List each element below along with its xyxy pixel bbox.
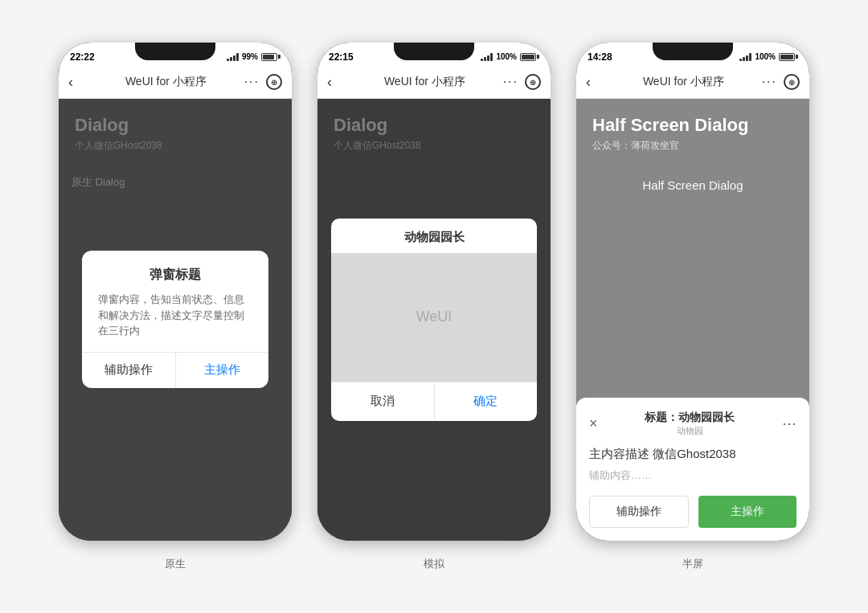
screen-3: Half Screen Dialog 公众号：薄荷攻坐官 Half Screen… bbox=[576, 99, 809, 541]
nav-home-3[interactable]: ⊕ bbox=[784, 74, 800, 90]
battery-text-3: 100% bbox=[755, 52, 776, 61]
status-time-2: 22:15 bbox=[329, 51, 354, 63]
modal-overlay-2: 动物园园长 WeUI 取消 确定 bbox=[317, 99, 551, 541]
battery-text-2: 100% bbox=[496, 52, 517, 61]
dialog-body-1: 弹窗标题 弹窗内容，告知当前状态、信息和解决方法，描述文字尽量控制在三行内 bbox=[82, 251, 268, 352]
signal-icon-3 bbox=[739, 53, 751, 61]
signal-icon-2 bbox=[481, 53, 493, 61]
modal-confirm-btn-2[interactable]: 确定 bbox=[435, 382, 537, 421]
half-dialog-more-icon-3[interactable]: ⋯ bbox=[782, 415, 796, 432]
nav-home-2[interactable]: ⊕ bbox=[525, 74, 541, 90]
modal-title-2: 动物园园长 bbox=[331, 219, 536, 253]
main-container: 22:22 99% ‹ bbox=[0, 23, 868, 541]
notch-2 bbox=[394, 43, 474, 60]
dialog-title-1: 弹窗标题 bbox=[98, 267, 252, 284]
status-icons-2: 100% bbox=[481, 52, 539, 61]
half-main-desc-3: 主内容描述 微信Ghost2038 bbox=[589, 447, 796, 462]
label-1: 原生 bbox=[59, 557, 292, 571]
status-time-1: 22:22 bbox=[70, 51, 95, 63]
phone-column-1: 22:22 99% ‹ bbox=[59, 43, 292, 541]
half-section-label-3: Half Screen Dialog bbox=[576, 166, 809, 205]
page-header-3: Half Screen Dialog 公众号：薄荷攻坐官 bbox=[576, 99, 809, 166]
nav-dots-2[interactable]: ··· bbox=[503, 75, 518, 89]
battery-icon-2 bbox=[520, 53, 539, 61]
battery-icon-1 bbox=[261, 53, 280, 61]
half-dialog-subtitle-3: 动物园 bbox=[598, 425, 782, 437]
dialog-box-1: 弹窗标题 弹窗内容，告知当前状态、信息和解决方法，描述文字尽量控制在三行内 辅助… bbox=[82, 251, 268, 388]
screen-1: Dialog 个人微信GHost2038 原生 Dialog 弹窗标题 弹窗内容… bbox=[59, 99, 292, 541]
modal-box-2: 动物园园长 WeUI 取消 确定 bbox=[331, 219, 536, 421]
phone-column-2: 22:15 100% ‹ bbox=[317, 43, 551, 541]
nav-icons-1: ··· ⊕ bbox=[244, 74, 282, 90]
half-dialog-3: × 标题：动物园园长 动物园 ⋯ 主内容描述 微信Ghost2038 辅助内容…… bbox=[576, 398, 809, 541]
dialog-confirm-btn-1[interactable]: 主操作 bbox=[176, 353, 269, 388]
phone-1: 22:22 99% ‹ bbox=[59, 43, 292, 541]
dialog-actions-1: 辅助操作 主操作 bbox=[82, 352, 268, 388]
nav-home-1[interactable]: ⊕ bbox=[266, 74, 282, 90]
page-subtitle-3: 公众号：薄荷攻坐官 bbox=[592, 139, 793, 153]
nav-dots-3[interactable]: ··· bbox=[762, 75, 777, 89]
back-icon-1[interactable]: ‹ bbox=[68, 74, 88, 91]
bottom-labels: 原生 模拟 半屏 bbox=[0, 541, 868, 591]
modal-image-text-2: WeUI bbox=[416, 309, 452, 325]
nav-icons-2: ··· ⊕ bbox=[503, 74, 541, 90]
nav-title-3: WeUI for 小程序 bbox=[643, 75, 724, 89]
nav-bar-3: ‹ WeUI for 小程序 ··· ⊕ bbox=[576, 67, 809, 99]
dialog-content-1: 弹窗内容，告知当前状态、信息和解决方法，描述文字尽量控制在三行内 bbox=[98, 292, 252, 339]
half-confirm-btn-3[interactable]: 主操作 bbox=[698, 496, 796, 528]
phone-column-3: 14:28 100% ‹ bbox=[576, 43, 809, 541]
nav-icons-3: ··· ⊕ bbox=[762, 74, 800, 90]
nav-title-2: WeUI for 小程序 bbox=[384, 75, 465, 89]
modal-image-2: WeUI bbox=[331, 253, 536, 382]
notch-1 bbox=[135, 43, 215, 60]
half-dialog-header-3: × 标题：动物园园长 动物园 ⋯ bbox=[589, 411, 796, 437]
nav-bar-1: ‹ WeUI for 小程序 ··· ⊕ bbox=[59, 67, 292, 99]
nav-dots-1[interactable]: ··· bbox=[244, 75, 260, 89]
half-cancel-btn-3[interactable]: 辅助操作 bbox=[589, 496, 689, 528]
dialog-overlay-1: 弹窗标题 弹窗内容，告知当前状态、信息和解决方法，描述文字尽量控制在三行内 辅助… bbox=[59, 99, 292, 541]
battery-text-1: 99% bbox=[242, 52, 258, 61]
back-icon-2[interactable]: ‹ bbox=[327, 74, 346, 91]
status-icons-3: 100% bbox=[739, 52, 798, 61]
nav-title-1: WeUI for 小程序 bbox=[125, 75, 207, 89]
half-dialog-title-area-3: 标题：动物园园长 动物园 bbox=[598, 411, 782, 437]
phone-3: 14:28 100% ‹ bbox=[576, 43, 809, 541]
label-2: 模拟 bbox=[317, 557, 551, 571]
status-icons-1: 99% bbox=[227, 52, 280, 61]
modal-actions-2: 取消 确定 bbox=[331, 382, 536, 421]
modal-cancel-btn-2[interactable]: 取消 bbox=[331, 382, 434, 421]
nav-bar-2: ‹ WeUI for 小程序 ··· ⊕ bbox=[317, 67, 551, 99]
label-3: 半屏 bbox=[576, 557, 809, 571]
page-title-3: Half Screen Dialog bbox=[592, 115, 793, 136]
back-icon-3[interactable]: ‹ bbox=[586, 74, 605, 91]
half-dialog-title-3: 标题：动物园园长 bbox=[598, 411, 782, 425]
phone-2: 22:15 100% ‹ bbox=[317, 43, 551, 541]
half-aux-desc-3: 辅助内容…… bbox=[589, 468, 796, 483]
half-dialog-close-icon-3[interactable]: × bbox=[589, 415, 598, 432]
dialog-cancel-btn-1[interactable]: 辅助操作 bbox=[82, 353, 176, 388]
signal-icon-1 bbox=[227, 53, 239, 61]
half-actions-3: 辅助操作 主操作 bbox=[589, 496, 796, 528]
status-time-3: 14:28 bbox=[588, 51, 612, 63]
notch-3 bbox=[653, 43, 733, 60]
screen-2: Dialog 个人微信GHost2038 动物园园长 WeUI 取消 确定 bbox=[317, 99, 551, 541]
battery-icon-3 bbox=[779, 53, 798, 61]
